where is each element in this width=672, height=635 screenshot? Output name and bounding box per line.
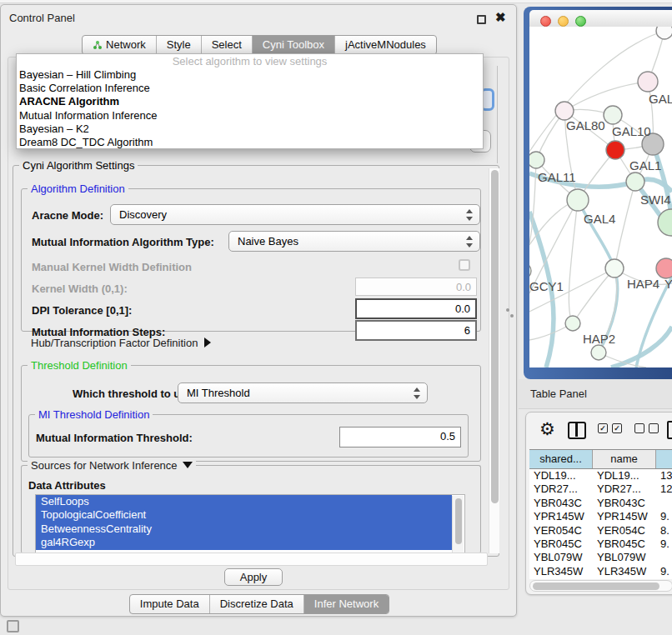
attribute-list-item-selected[interactable]: SelfLoops <box>36 495 452 508</box>
table-cell: YDL19... <box>593 469 656 482</box>
settings-scrollbar-thumb[interactable] <box>491 170 499 503</box>
dropdown-item[interactable]: Bayesian – K2 <box>17 122 483 136</box>
attributes-scrollbar[interactable] <box>452 496 464 556</box>
network-edge[interactable] <box>569 200 578 323</box>
network-node[interactable] <box>656 27 672 39</box>
kernel-width-field[interactable]: 0.0 <box>355 278 477 296</box>
panel-splitter-handle[interactable] <box>510 314 514 318</box>
hub-definition-toggle[interactable]: Hub/Transcription Factor Definition <box>31 337 211 349</box>
column-header-name[interactable]: name <box>593 450 656 468</box>
network-node[interactable] <box>591 345 606 360</box>
network-node[interactable] <box>638 72 658 92</box>
column-header-partial[interactable] <box>656 450 672 468</box>
network-node[interactable] <box>604 106 622 124</box>
tab-style[interactable]: Style <box>157 36 202 54</box>
network-edge[interactable] <box>573 268 614 323</box>
network-node[interactable] <box>529 152 544 168</box>
table-cell: YDR27... <box>529 482 593 496</box>
tab-jactivemnodules[interactable]: jActiveMNodules <box>335 36 436 54</box>
table-cell: YIL052C <box>529 578 593 579</box>
network-node[interactable] <box>606 141 624 159</box>
close-traffic-light-icon[interactable] <box>540 16 551 27</box>
tab-infer-network[interactable]: Infer Network <box>304 595 389 613</box>
table-cell: 9. <box>656 578 672 579</box>
network-node-label: HAP2 <box>583 332 615 346</box>
attribute-list-item-selected[interactable]: gal4RGexp <box>36 536 452 549</box>
table-row[interactable]: YBR045CYBR045C9. <box>529 538 672 551</box>
gear-icon[interactable]: ⚙ <box>539 419 555 439</box>
dpi-tolerance-field[interactable]: 0.0 <box>355 298 477 319</box>
table-row[interactable]: YPR145WYPR145W9. <box>529 510 672 523</box>
tab-impute-data[interactable]: Impute Data <box>130 595 210 613</box>
network-canvas[interactable]: GALGAL80GAL10GAL1GAL11SWI4GAL4HAP4YGCY1H… <box>529 27 672 368</box>
settings-scrollbar[interactable] <box>489 168 499 553</box>
zoom-traffic-light-icon[interactable] <box>575 16 586 27</box>
attribute-list-item-selected[interactable]: TopologicalCoefficient <box>36 508 452 522</box>
network-node[interactable] <box>567 189 589 211</box>
tab-network[interactable]: Network <box>83 36 157 54</box>
mi-threshold-field[interactable]: 0.5 <box>339 427 461 448</box>
table-cell <box>656 551 672 564</box>
manual-kernel-checkbox[interactable] <box>459 259 470 271</box>
aracne-mode-combo[interactable]: Discovery <box>110 204 480 225</box>
dropdown-item[interactable]: ARACNE Algorithm <box>17 95 483 108</box>
table-horizontal-scrollbar[interactable] <box>529 580 672 592</box>
float-window-icon[interactable] <box>477 15 486 24</box>
network-node[interactable] <box>605 259 624 278</box>
dropdown-item[interactable]: Dream8 DC_TDC Algorithm <box>17 136 483 149</box>
attribute-list-item-selected[interactable]: BetweennessCentrality <box>36 522 452 536</box>
checked-box-icon[interactable]: ✓ <box>612 423 622 433</box>
table-row[interactable]: YDR27...YDR27...12 <box>529 482 672 496</box>
close-icon[interactable]: ✖ <box>495 10 506 25</box>
checked-box-icon[interactable]: ✓ <box>598 423 608 433</box>
threshold-definition-group: Which threshold to use: MI Threshold Mut… <box>21 365 481 462</box>
sources-group: Data Attributes SelfLoopsTopologicalCoef… <box>21 465 481 553</box>
column-header-shared[interactable]: shared... <box>529 450 593 468</box>
which-threshold-combo[interactable]: MI Threshold <box>178 382 428 403</box>
table-cell: YBR045C <box>529 538 593 551</box>
mi-type-combo[interactable]: Naive Bayes <box>228 231 480 252</box>
network-node[interactable] <box>555 102 574 120</box>
table-row[interactable]: YDL19...YDL19...13 <box>529 469 672 482</box>
table-row[interactable]: YBL079WYBL079W <box>529 551 672 564</box>
network-node-label: GAL11 <box>538 170 576 184</box>
tab-discretize-data[interactable]: Discretize Data <box>210 595 304 613</box>
table-row[interactable]: YIL052CYIL052C9. <box>529 578 672 579</box>
table-cell: YBL079W <box>529 551 593 564</box>
table-scrollbar-thumb[interactable] <box>533 582 659 590</box>
dropdown-placeholder: Select algorithm to view settings <box>17 55 483 68</box>
attributes-scrollbar-thumb[interactable] <box>455 498 462 544</box>
unchecked-box-icon[interactable] <box>649 423 659 433</box>
dropdown-item[interactable]: Bayesian – Hill Climbing <box>17 68 483 82</box>
table-cell: 13 <box>656 469 672 482</box>
table-cell: YPR145W <box>593 510 656 523</box>
apply-button[interactable]: Apply <box>224 568 283 586</box>
dropdown-item[interactable]: Basic Correlation Inference <box>17 82 483 95</box>
tab-cyni-toolbox[interactable]: Cyni Toolbox <box>253 36 335 54</box>
network-edge[interactable] <box>614 182 635 268</box>
network-node[interactable] <box>656 258 672 278</box>
table-cell: YER054C <box>593 524 656 538</box>
stepper-arrows-icon <box>466 208 474 222</box>
network-node[interactable] <box>565 316 580 331</box>
network-node[interactable] <box>626 172 644 191</box>
table-row[interactable]: YLR345WYLR345W9. <box>529 565 672 578</box>
tab-label: Cyni Toolbox <box>263 38 324 51</box>
dropdown-item[interactable]: Mutual Information Inference <box>17 109 483 122</box>
table-cell: 9. <box>656 565 672 578</box>
table-row[interactable]: YER054CYER054C8. <box>529 524 672 538</box>
tab-select[interactable]: Select <box>202 36 253 54</box>
mi-steps-field[interactable]: 6 <box>355 320 477 341</box>
settings-horizontal-scrollbar[interactable] <box>15 552 488 566</box>
panel-splitter-handle[interactable] <box>506 308 509 312</box>
column-layout-icon[interactable] <box>568 422 586 439</box>
network-icon <box>93 40 103 50</box>
network-edge[interactable] <box>564 82 648 111</box>
unchecked-box-icon[interactable] <box>634 423 644 433</box>
network-node[interactable] <box>529 262 531 279</box>
table-row[interactable]: YBR043CYBR043C <box>529 497 672 510</box>
restore-panel-icon[interactable] <box>7 620 19 632</box>
document-icon[interactable] <box>667 421 672 439</box>
minimize-traffic-light-icon[interactable] <box>558 16 569 27</box>
mi-threshold-title: MI Threshold Definition <box>35 408 153 421</box>
